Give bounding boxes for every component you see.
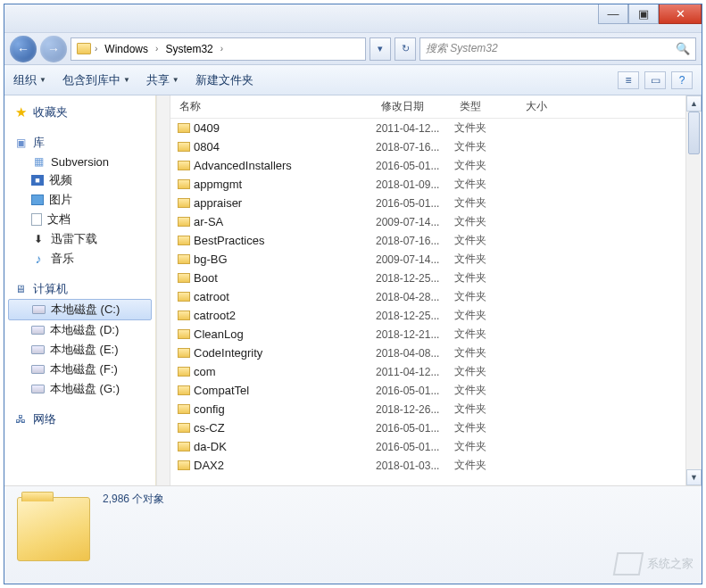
column-header-date[interactable]: 修改日期 (376, 99, 454, 114)
sidebar-item-drive[interactable]: 本地磁盘 (F:) (4, 360, 155, 379)
folder-icon (178, 123, 190, 133)
sidebar-item-music[interactable]: ♪音乐 (4, 249, 155, 269)
search-placeholder: 搜索 System32 (426, 41, 676, 56)
close-button[interactable]: ✕ (659, 4, 702, 24)
table-row[interactable]: da-DK2016-05-01...文件夹 (174, 437, 685, 456)
table-row[interactable]: 04092011-04-12...文件夹 (174, 119, 685, 137)
scroll-down-button[interactable]: ▼ (686, 469, 702, 485)
sidebar-item-label: 视频 (49, 172, 72, 188)
file-type: 文件夹 (454, 289, 520, 304)
sidebar-item-label: 音乐 (51, 251, 74, 267)
sidebar-favorites[interactable]: ★收藏夹 (4, 103, 155, 122)
table-row[interactable]: appmgmt2018-01-09...文件夹 (174, 175, 685, 194)
table-row[interactable]: com2011-04-12...文件夹 (174, 362, 685, 381)
sidebar-item-drive[interactable]: 本地磁盘 (E:) (4, 340, 155, 360)
chevron-right-icon[interactable]: › (93, 44, 99, 54)
file-name: CleanLog (194, 327, 376, 341)
chevron-right-icon[interactable]: › (154, 44, 160, 54)
column-header-type[interactable]: 类型 (454, 99, 520, 114)
breadcrumb-dropdown[interactable]: ▾ (370, 37, 391, 61)
file-list[interactable]: 04092011-04-12...文件夹08042018-07-16...文件夹… (170, 119, 685, 485)
sidebar-item-vid[interactable]: ■视频 (4, 170, 155, 190)
table-row[interactable]: appraiser2016-05-01...文件夹 (174, 194, 685, 212)
file-type: 文件夹 (454, 308, 520, 323)
refresh-button[interactable]: ↻ (395, 37, 416, 61)
table-row[interactable]: ar-SA2009-07-14...文件夹 (174, 212, 685, 231)
folder-icon (178, 329, 190, 339)
share-menu[interactable]: 共享▼ (146, 72, 179, 88)
file-name: com (194, 365, 376, 378)
file-name: ar-SA (194, 215, 376, 228)
sidebar-item-label: 迅雷下载 (51, 231, 97, 247)
maximize-button[interactable]: ▣ (628, 4, 659, 24)
sidebar-item-label: 本地磁盘 (F:) (50, 361, 118, 377)
table-row[interactable]: BestPractices2018-07-16...文件夹 (174, 231, 685, 250)
help-button[interactable]: ? (671, 71, 693, 89)
chevron-right-icon[interactable]: › (219, 44, 225, 54)
search-input[interactable]: 搜索 System32 🔍 (419, 37, 696, 61)
sidebar-item-dl[interactable]: ⬇迅雷下载 (4, 229, 155, 249)
scroll-thumb[interactable] (688, 112, 700, 154)
file-date: 2016-05-01... (376, 197, 454, 210)
sidebar-scrollbar[interactable] (156, 95, 170, 485)
table-row[interactable]: catroot2018-04-28...文件夹 (174, 287, 685, 306)
titlebar[interactable]: — ▣ ✕ (4, 4, 702, 33)
file-type: 文件夹 (454, 402, 520, 417)
back-button[interactable]: ← (10, 36, 37, 62)
breadcrumb[interactable]: › Windows › System32 › (71, 37, 366, 61)
file-date: 2018-04-08... (376, 347, 454, 360)
sidebar-item-drive[interactable]: 本地磁盘 (D:) (4, 320, 155, 340)
table-row[interactable]: Boot2018-12-25...文件夹 (174, 269, 685, 287)
table-row[interactable]: AdvancedInstallers2016-05-01...文件夹 (174, 156, 685, 175)
table-row[interactable]: CleanLog2018-12-21...文件夹 (174, 325, 685, 344)
drive-icon (31, 345, 45, 354)
sidebar-libraries[interactable]: ▣库 (4, 133, 155, 153)
table-row[interactable]: config2018-12-26...文件夹 (174, 400, 685, 418)
new-folder-button[interactable]: 新建文件夹 (195, 72, 253, 88)
table-row[interactable]: catroot22018-12-25...文件夹 (174, 306, 685, 325)
breadcrumb-segment[interactable]: Windows (101, 43, 152, 55)
file-name: appmgmt (194, 178, 376, 191)
vertical-scrollbar[interactable]: ▲ ▼ (685, 95, 702, 485)
file-type: 文件夹 (454, 383, 520, 398)
file-name: appraiser (194, 196, 376, 210)
sidebar-network[interactable]: 🖧网络 (4, 410, 155, 429)
table-row[interactable]: CompatTel2016-05-01...文件夹 (174, 381, 685, 400)
computer-icon: 🖥 (13, 282, 28, 296)
table-row[interactable]: DAX22018-01-03...文件夹 (174, 456, 685, 475)
folder-icon (178, 385, 190, 395)
table-row[interactable]: 08042018-07-16...文件夹 (174, 137, 685, 156)
explorer-window: — ▣ ✕ ← → › Windows › System32 › ▾ ↻ 搜索 … (4, 4, 702, 584)
sidebar-item-img[interactable]: 图片 (4, 190, 155, 210)
search-icon[interactable]: 🔍 (676, 42, 690, 55)
drive-icon (31, 365, 45, 374)
sidebar-item-doc[interactable]: 文档 (4, 210, 155, 229)
sidebar-computer[interactable]: 🖥计算机 (4, 279, 155, 299)
include-in-library-menu[interactable]: 包含到库中▼ (62, 72, 130, 88)
file-date: 2018-01-09... (376, 178, 454, 191)
scroll-up-button[interactable]: ▲ (686, 95, 702, 112)
minimize-button[interactable]: — (598, 4, 628, 24)
table-row[interactable]: bg-BG2009-07-14...文件夹 (174, 250, 685, 269)
file-type: 文件夹 (454, 420, 520, 435)
file-type: 文件夹 (454, 195, 520, 211)
column-header-name[interactable]: 名称 (174, 99, 376, 114)
column-header-size[interactable]: 大小 (520, 99, 583, 114)
organize-menu[interactable]: 组织▼ (13, 72, 46, 88)
column-headers: 名称 修改日期 类型 大小 (170, 95, 685, 119)
breadcrumb-segment[interactable]: System32 (162, 43, 216, 55)
preview-pane-button[interactable]: ▭ (644, 71, 666, 89)
sidebar-item-drive[interactable]: 本地磁盘 (G:) (4, 379, 155, 399)
file-date: 2016-05-01... (376, 160, 454, 172)
sidebar-item-label: Subversion (51, 155, 109, 169)
sidebar-item-sub[interactable]: ▦Subversion (4, 153, 155, 170)
forward-button[interactable]: → (40, 36, 67, 62)
sidebar-item-drive[interactable]: 本地磁盘 (C:) (8, 299, 152, 320)
file-type: 文件夹 (454, 364, 520, 379)
folder-preview-icon (17, 497, 90, 561)
table-row[interactable]: CodeIntegrity2018-04-08...文件夹 (174, 344, 685, 362)
view-mode-button[interactable]: ≡ (618, 71, 639, 89)
folder-icon (178, 442, 190, 451)
vid-icon: ■ (31, 175, 44, 186)
table-row[interactable]: cs-CZ2016-05-01...文件夹 (174, 418, 685, 437)
